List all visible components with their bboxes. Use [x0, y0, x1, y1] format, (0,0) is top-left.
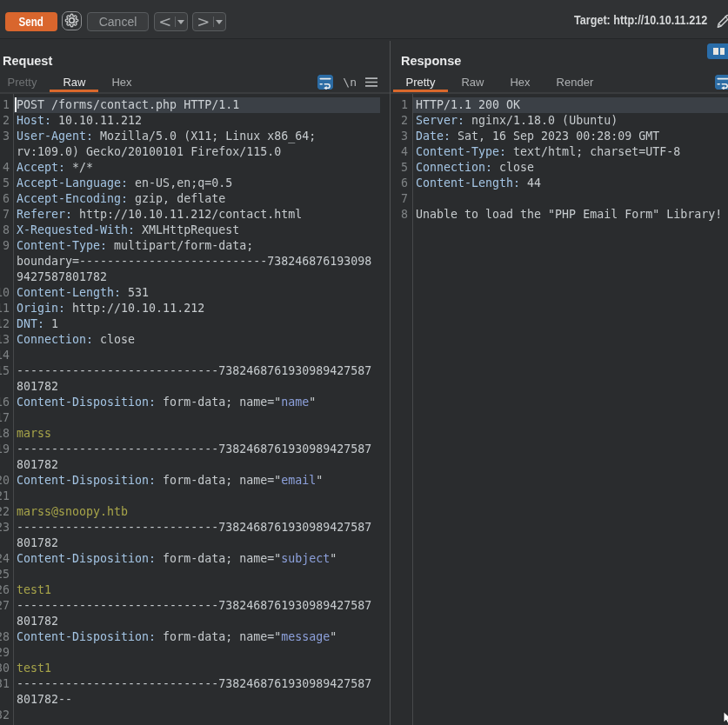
code-line: [17, 410, 377, 426]
line-number: 17: [0, 410, 10, 426]
code-line: Content-Length: 44: [416, 176, 728, 191]
line-number: 7: [391, 191, 408, 207]
code-line: User-Agent: Mozilla/5.0 (X11; Linux x86_…: [17, 129, 377, 160]
next-dropdown[interactable]: [213, 13, 225, 30]
code-token: form-data; name=": [156, 552, 281, 565]
code-token: Content-Disposition:: [17, 552, 156, 565]
request-text-caret: [15, 97, 17, 112]
request-gutter-separator: [13, 94, 14, 725]
line-number: 32: [0, 708, 10, 723]
line-number: 3: [391, 129, 408, 144]
response-line-numbers: 12345678: [391, 97, 408, 223]
code-token: -----------------------------73824687619…: [17, 599, 371, 628]
line-number: 25: [0, 567, 10, 582]
tab-render[interactable]: Render: [544, 73, 607, 93]
response-code[interactable]: HTTP/1.1 200 OKServer: nginx/1.18.0 (Ubu…: [416, 97, 728, 223]
line-number: 21: [0, 489, 10, 504]
code-token: Accept-Language:: [17, 176, 128, 190]
code-token: Host:: [17, 114, 51, 127]
code-token: gzip, deflate: [128, 192, 225, 205]
code-line: -----------------------------73824687619…: [17, 363, 377, 395]
code-line: Content-Disposition: form-data; name="em…: [17, 473, 377, 489]
code-token: Origin:: [17, 302, 65, 315]
tab-raw[interactable]: Raw: [448, 73, 497, 93]
line-number: 13: [0, 332, 10, 348]
code-token: Date:: [416, 130, 451, 143]
code-line: -----------------------------73824687619…: [17, 598, 377, 629]
code-token: form-data; name=": [156, 396, 281, 409]
line-number: 5: [391, 160, 408, 176]
code-token: subject: [281, 552, 330, 565]
request-title: Request: [3, 54, 52, 68]
code-line: -----------------------------73824687619…: [17, 442, 377, 473]
tab-hex[interactable]: Hex: [98, 73, 144, 93]
response-editor[interactable]: 12345678 HTTP/1.1 200 OKServer: nginx/1.…: [391, 94, 728, 725]
cancel-button[interactable]: Cancel: [87, 12, 149, 31]
code-token: marss: [17, 427, 51, 440]
code-token: Accept:: [17, 161, 65, 174]
previous-dropdown[interactable]: [175, 13, 187, 30]
code-token: Accept-Encoding:: [17, 192, 128, 205]
panel-divider[interactable]: [390, 41, 391, 725]
line-number: 29: [0, 645, 10, 661]
wrap-lines-icon[interactable]: [715, 75, 728, 90]
code-line: X-Requested-With: XMLHttpRequest: [17, 223, 377, 238]
code-line: Date: Sat, 16 Sep 2023 00:28:09 GMT: [416, 129, 728, 144]
code-line: Content-Type: text/html; charset=UTF-8: [416, 144, 728, 160]
code-line: [416, 191, 728, 207]
code-token: Unable to load the "PHP Email Form" Libr…: [416, 208, 722, 221]
editor-menu-icon[interactable]: [365, 77, 377, 87]
target-label: Target:: [574, 13, 613, 27]
code-line: Accept-Encoding: gzip, deflate: [17, 191, 377, 207]
code-token: DNT:: [17, 317, 44, 330]
send-settings-button[interactable]: [62, 11, 82, 31]
code-line: POST /forms/contact.php HTTP/1.1: [17, 97, 377, 113]
send-button[interactable]: Send: [5, 12, 57, 31]
tab-pretty[interactable]: Pretty: [0, 73, 50, 93]
request-tabs: PrettyRawHex: [0, 73, 145, 93]
code-token: close: [93, 333, 135, 346]
request-code[interactable]: POST /forms/contact.php HTTP/1.1Host: 10…: [17, 97, 377, 723]
line-number: 6: [0, 191, 10, 207]
response-title: Response: [401, 54, 461, 68]
tab-pretty[interactable]: Pretty: [393, 73, 449, 93]
edit-target-icon[interactable]: [715, 12, 728, 30]
dropdown-arrow-icon: [177, 20, 184, 24]
request-editor[interactable]: 1234567891011121314151617181920212223242…: [0, 94, 390, 725]
request-line-numbers: 1234567891011121314151617181920212223242…: [0, 97, 10, 723]
line-number: 18: [0, 426, 10, 442]
wrap-lines-icon[interactable]: [317, 75, 333, 90]
next-arrow-label: >: [193, 13, 213, 30]
code-token: 10.10.11.212: [51, 114, 142, 127]
target-display: Target: http://10.10.11.212: [574, 0, 707, 39]
response-editor-icons: [715, 75, 728, 90]
code-line: Content-Length: 531: [17, 285, 377, 301]
tab-raw[interactable]: Raw: [50, 73, 98, 93]
line-number: 28: [0, 629, 10, 645]
request-panel: Request PrettyRawHex \n 1234567891011121…: [0, 41, 390, 725]
line-number: 4: [391, 144, 408, 160]
tab-hex[interactable]: Hex: [497, 73, 543, 93]
next-request-button[interactable]: >: [192, 12, 226, 31]
code-line: Unable to load the "PHP Email Form" Libr…: [416, 207, 728, 223]
layout-columns-icon[interactable]: [707, 43, 728, 59]
line-number: 30: [0, 661, 10, 676]
code-token: Sat, 16 Sep 2023 00:28:09 GMT: [451, 130, 659, 143]
code-token: -----------------------------73824687619…: [17, 442, 371, 471]
code-token: test1: [17, 662, 51, 675]
response-panel: Response PrettyRawHexRender 12345678 HTT…: [391, 41, 728, 725]
line-number: 8: [391, 207, 408, 223]
target-url: http://10.10.11.212: [613, 13, 707, 27]
code-token: 531: [121, 286, 149, 299]
previous-request-button[interactable]: <: [154, 12, 188, 31]
code-line: test1: [17, 582, 377, 598]
column-bar: [720, 48, 725, 56]
show-newlines-icon[interactable]: \n: [343, 76, 357, 89]
line-number: 7: [0, 207, 10, 223]
code-line: [17, 348, 377, 363]
previous-arrow-label: <: [155, 13, 175, 30]
column-bar: [713, 48, 718, 56]
code-token: nginx/1.18.0 (Ubuntu): [464, 114, 618, 127]
code-token: message: [281, 630, 330, 643]
code-token: close: [492, 161, 534, 174]
